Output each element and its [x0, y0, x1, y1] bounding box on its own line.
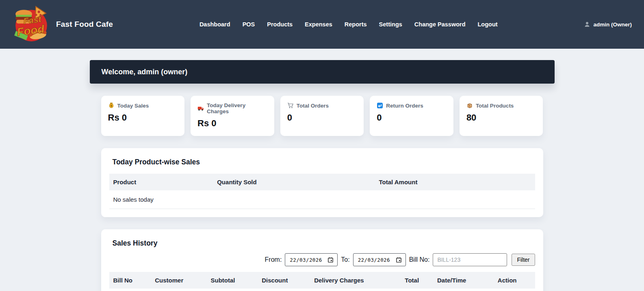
stat-card-total-products: Total Products 80 — [460, 96, 543, 136]
sales-history-filter-bar: From: To: Bill N — [109, 253, 535, 266]
stat-label: Return Orders — [386, 103, 423, 109]
bill-no-input[interactable] — [433, 253, 507, 266]
stat-label: Today Sales — [117, 103, 149, 109]
stat-card-return-orders: Return Orders 0 — [370, 96, 453, 136]
column-header-quantity-sold: Quantity Sold — [213, 174, 375, 190]
stat-label: Total Products — [476, 103, 514, 109]
fast-food-logo-icon: Fast Food — [12, 5, 50, 43]
table-header-row: Product Quantity Sold Total Amount — [109, 174, 535, 190]
column-header-customer: Customer — [151, 272, 206, 289]
sales-history-title: Sales History — [113, 239, 535, 248]
sales-history-panel: Sales History From: To: — [101, 229, 543, 291]
nav-item-dashboard[interactable]: Dashboard — [193, 18, 236, 31]
to-date-field[interactable] — [353, 253, 406, 266]
stat-value: Rs 0 — [108, 112, 178, 123]
stat-card-today-delivery-charges: Today Delivery Charges Rs 0 — [191, 96, 274, 136]
brand-home-link[interactable]: Fast Food Fast Food Cafe — [12, 5, 113, 43]
column-header-total: Total — [401, 272, 433, 289]
column-header-action: Action — [494, 272, 535, 289]
column-header-total-amount: Total Amount — [375, 174, 535, 190]
stat-value: 0 — [377, 112, 447, 123]
table-row: No sales today — [109, 190, 535, 209]
from-date-input[interactable] — [290, 257, 324, 263]
stat-label-row: $ Today Sales — [108, 102, 178, 109]
user-label: admin (Owner) — [593, 22, 632, 28]
table-row: No sales in selected dates — [109, 289, 535, 291]
from-date-label: From: — [265, 256, 282, 263]
calendar-icon[interactable] — [396, 257, 402, 263]
stat-label: Total Orders — [297, 103, 329, 109]
stats-row: $ Today Sales Rs 0 Today Delivery Charge… — [101, 96, 543, 136]
to-date-input[interactable] — [358, 257, 392, 263]
package-icon — [466, 102, 473, 109]
shopping-cart-icon — [287, 102, 294, 109]
dashboard-page: Welcome, admin (owner) $ Today Sales Rs … — [90, 60, 555, 291]
product-wise-sales-panel: Today Product-wise Sales Product Quantit… — [101, 148, 543, 217]
stat-label-row: Total Orders — [287, 102, 357, 109]
money-bag-icon: $ — [108, 102, 115, 109]
column-header-discount: Discount — [258, 272, 310, 289]
filter-button[interactable]: Filter — [512, 254, 535, 266]
empty-state-message: No sales in selected dates — [109, 289, 535, 291]
stat-label-row: Today Delivery Charges — [197, 102, 267, 114]
main-nav: Dashboard POS Products Expenses Reports … — [113, 18, 584, 31]
stat-label-row: Return Orders — [377, 102, 447, 109]
nav-item-expenses[interactable]: Expenses — [299, 18, 338, 31]
column-header-date-time: Date/Time — [433, 272, 494, 289]
product-wise-sales-table: Product Quantity Sold Total Amount No sa… — [109, 174, 535, 209]
to-date-label: To: — [341, 256, 349, 263]
stat-value: Rs 0 — [197, 118, 267, 129]
bill-no-label: Bill No: — [409, 256, 430, 263]
from-date-field[interactable] — [285, 253, 338, 266]
stat-label: Today Delivery Charges — [207, 102, 267, 114]
nav-item-reports[interactable]: Reports — [338, 18, 373, 31]
user-icon — [584, 21, 590, 28]
nav-item-logout[interactable]: Logout — [472, 18, 504, 31]
user-menu[interactable]: admin (Owner) — [584, 21, 632, 28]
nav-item-settings[interactable]: Settings — [373, 18, 408, 31]
svg-text:$: $ — [111, 104, 112, 108]
calendar-icon[interactable] — [327, 257, 334, 263]
return-arrow-icon — [377, 102, 383, 109]
nav-item-pos[interactable]: POS — [236, 18, 261, 31]
welcome-banner: Welcome, admin (owner) — [90, 60, 555, 84]
stat-value: 0 — [287, 112, 357, 123]
nav-item-products[interactable]: Products — [261, 18, 299, 31]
stat-card-total-orders: Total Orders 0 — [280, 96, 364, 136]
top-navigation-bar: Fast Food Fast Food Cafe Dashboard POS P… — [0, 0, 644, 49]
column-header-product: Product — [109, 174, 213, 190]
empty-state-message: No sales today — [109, 190, 535, 209]
column-header-subtotal: Subtotal — [206, 272, 258, 289]
sales-history-table: Bill No Customer Subtotal Discount Deliv… — [109, 272, 535, 291]
product-wise-sales-title: Today Product-wise Sales — [113, 158, 535, 166]
stat-value: 80 — [466, 112, 536, 123]
table-header-row: Bill No Customer Subtotal Discount Deliv… — [109, 272, 535, 289]
stat-card-today-sales: $ Today Sales Rs 0 — [101, 96, 185, 136]
stat-label-row: Total Products — [466, 102, 536, 109]
delivery-truck-icon — [197, 105, 204, 112]
nav-item-change-password[interactable]: Change Password — [408, 18, 472, 31]
app-title: Fast Food Cafe — [56, 20, 113, 29]
welcome-text: Welcome, admin (owner) — [102, 68, 188, 76]
column-header-bill-no: Bill No — [109, 272, 151, 289]
column-header-delivery-charges: Delivery Charges — [310, 272, 401, 289]
